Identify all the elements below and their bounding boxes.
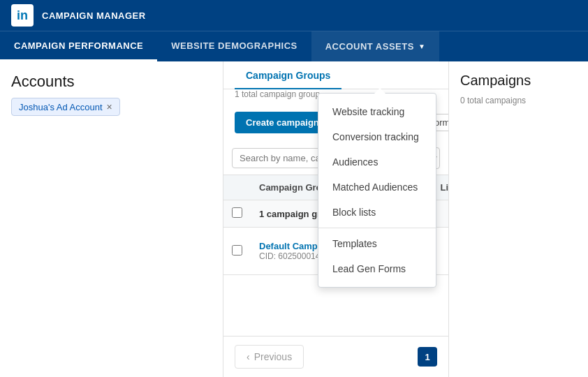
th-checkbox xyxy=(223,175,251,200)
accounts-panel: Accounts Joshua's Ad Account × xyxy=(0,61,223,377)
page-number[interactable]: 1 xyxy=(418,347,437,367)
previous-button: ‹ Previous xyxy=(235,345,304,369)
prev-chevron-icon: ‹ xyxy=(247,351,250,362)
dropdown-conversion-tracking[interactable]: Conversion tracking xyxy=(318,124,436,149)
dropdown-divider xyxy=(318,228,436,228)
app-title: CAMPAIGN MANAGER xyxy=(42,10,146,21)
main-content: Accounts Joshua's Ad Account × Campaign … xyxy=(0,61,588,377)
dropdown-block-lists[interactable]: Block lists xyxy=(318,200,436,225)
campaigns-subtitle: 0 total campaigns xyxy=(460,96,577,105)
account-tag-label: Joshua's Ad Account xyxy=(19,102,103,112)
account-tag: Joshua's Ad Account × xyxy=(11,98,120,116)
nav-account-assets[interactable]: ACCOUNT ASSETS ▼ xyxy=(311,31,440,61)
dropdown-audiences[interactable]: Audiences xyxy=(318,149,436,175)
tab-row: Campaign Groups xyxy=(223,61,448,89)
dropdown-lead-gen-forms[interactable]: Lead Gen Forms xyxy=(318,256,436,281)
accounts-title: Accounts xyxy=(11,73,212,91)
campaigns-title: Campaigns xyxy=(460,73,577,89)
linkedin-logo: in xyxy=(11,4,34,27)
account-assets-dropdown: Website tracking Conversion tracking Aud… xyxy=(318,93,436,288)
tab-campaign-groups[interactable]: Campaign Groups xyxy=(235,61,341,89)
summary-checkbox[interactable] xyxy=(232,207,242,218)
dropdown-templates[interactable]: Templates xyxy=(318,231,436,256)
pagination: ‹ Previous 1 xyxy=(223,336,448,377)
row-checkbox[interactable] xyxy=(232,245,242,256)
nav-campaign-performance[interactable]: CAMPAIGN PERFORMANCE xyxy=(0,31,157,61)
dropdown-matched-audiences[interactable]: Matched Audiences xyxy=(318,175,436,200)
campaigns-panel: Campaigns 0 total campaigns xyxy=(448,61,588,377)
top-bar: in CAMPAIGN MANAGER xyxy=(0,0,588,31)
account-assets-caret: ▼ xyxy=(418,43,425,50)
nav-website-demographics[interactable]: WEBSITE DEMOGRAPHICS xyxy=(157,31,311,61)
dropdown-website-tracking[interactable]: Website tracking xyxy=(318,99,436,124)
nav-bar: CAMPAIGN PERFORMANCE WEBSITE DEMOGRAPHIC… xyxy=(0,31,588,61)
account-tag-remove[interactable]: × xyxy=(107,101,112,112)
